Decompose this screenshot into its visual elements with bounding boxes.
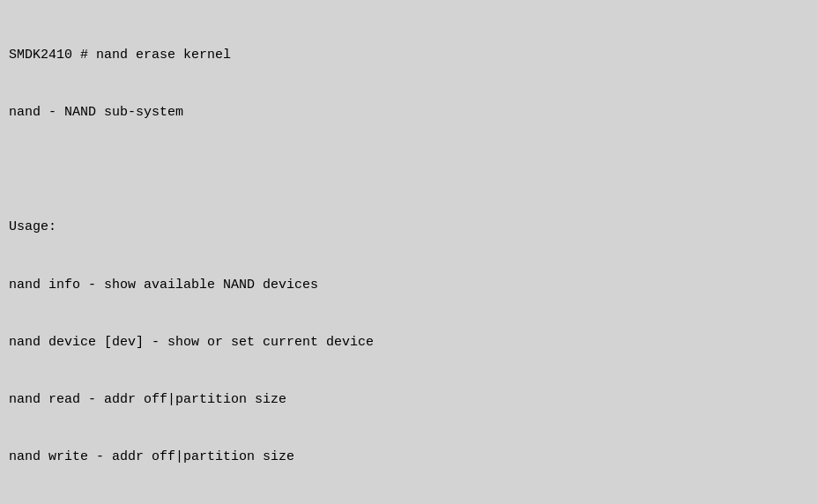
terminal-line-1: SMDK2410 # nand erase kernel [9, 46, 808, 65]
terminal-line-4: Usage: [9, 218, 808, 237]
terminal-line-6: nand device [dev] - show or set current … [9, 333, 808, 352]
terminal-line-3 [9, 160, 808, 180]
terminal-line-5: nand info - show available NAND devices [9, 276, 808, 295]
terminal-output: SMDK2410 # nand erase kernel nand - NAND… [9, 7, 808, 504]
terminal-line-7: nand read - addr off|partition size [9, 390, 808, 410]
terminal-line-2: nand - NAND sub-system [9, 103, 808, 122]
terminal-line-8: nand write - addr off|partition size [9, 448, 808, 467]
